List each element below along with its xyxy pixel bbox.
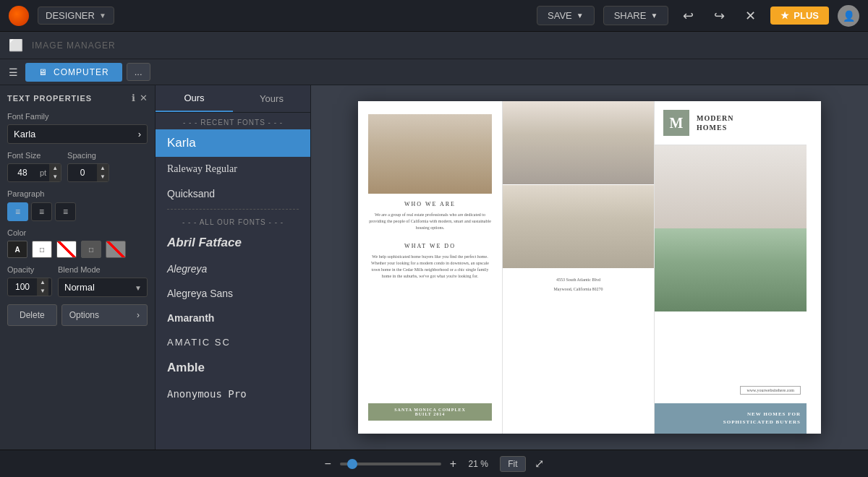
third-bar: ☰ 🖥 COMPUTER ... <box>0 59 868 85</box>
share-arrow-icon: ▼ <box>650 12 658 20</box>
size-spacing-row: Font Size pt ▲ ▼ Spacing ▲ ▼ <box>7 151 148 182</box>
options-button[interactable]: Options › <box>61 304 148 326</box>
designer-label: DESIGNER <box>46 10 95 21</box>
tab-ours[interactable]: Ours <box>156 85 233 112</box>
expand-button[interactable]: ⤢ <box>535 457 544 470</box>
fit-button[interactable]: Fit <box>500 456 525 472</box>
font-family-select[interactable]: Karla › <box>7 124 148 144</box>
canvas-area: WHO WE ARE We are a group of real estate… <box>311 85 868 450</box>
canvas-wrapper: WHO WE ARE We are a group of real estate… <box>358 101 821 434</box>
opacity-group: Opacity ▲ ▼ <box>7 265 52 297</box>
paragraph-label: Paragraph <box>7 189 148 198</box>
font-size-input-wrap: pt ▲ ▼ <box>7 163 61 182</box>
what-body-text: We help sophisticated home buyers like y… <box>368 254 492 280</box>
second-bar: ⬜ IMAGE MANAGER <box>0 32 868 59</box>
what-we-do-title: WHAT WE DO <box>368 243 492 249</box>
more-button[interactable]: ... <box>127 63 150 81</box>
options-arrow-icon: › <box>137 310 140 320</box>
font-item-raleway[interactable]: Raleway Regular <box>156 157 310 181</box>
image-icon: ⬜ <box>9 38 23 52</box>
font-item-anonymous-pro[interactable]: Anonymous Pro <box>156 382 310 406</box>
font-item-amatic[interactable]: Amatic SC <box>156 330 310 354</box>
computer-icon: 🖥 <box>38 67 48 77</box>
zoom-value-label: 21 % <box>465 459 491 469</box>
who-we-are-title: WHO WE ARE <box>368 201 492 207</box>
menu-icon-button[interactable]: ☰ <box>6 64 21 81</box>
kitchen-image <box>503 101 654 184</box>
font-list-panel: Ours Yours - - - RECENT FONTS - - - Karl… <box>156 85 311 450</box>
tab-yours[interactable]: Yours <box>233 85 310 112</box>
opacity-down[interactable]: ▼ <box>37 287 48 296</box>
living-room-image <box>368 114 492 194</box>
font-size-unit: pt <box>37 168 49 177</box>
app-logo <box>9 6 29 26</box>
font-item-quicksand[interactable]: Quicksand <box>156 181 310 206</box>
computer-tab[interactable]: 🖥 COMPUTER <box>25 63 122 82</box>
bottom-bar: − + 21 % Fit ⤢ <box>0 450 868 477</box>
zoom-in-button[interactable]: + <box>450 457 456 470</box>
blend-mode-group: Blend Mode Normal Multiply Screen Overla… <box>58 265 148 297</box>
divider <box>167 209 299 210</box>
dining-image <box>503 185 654 268</box>
spacing-group: Spacing ▲ ▼ <box>67 151 109 182</box>
font-item-amaranth[interactable]: Amaranth <box>156 306 310 330</box>
panel-title: TEXT PROPERTIES <box>7 94 92 103</box>
zoom-out-button[interactable]: − <box>324 457 331 470</box>
color-swatch-dark[interactable]: □ <box>81 241 101 258</box>
opacity-input[interactable] <box>8 279 37 295</box>
spacing-up[interactable]: ▲ <box>97 164 109 173</box>
website-label: www.yourwebsitehere.com <box>740 386 801 395</box>
panel-header-icons: ℹ ✕ <box>132 93 148 103</box>
font-item-karla[interactable]: Karla <box>156 129 310 157</box>
align-left-button[interactable]: ≡ <box>7 202 28 221</box>
green-banner-subtitle: BUILT 2014 <box>378 412 482 416</box>
spacing-input[interactable] <box>68 165 97 181</box>
undo-button[interactable]: ↩ <box>677 5 699 27</box>
font-tabs: Ours Yours <box>156 85 310 113</box>
align-right-button[interactable]: ≡ <box>55 202 76 221</box>
plus-button[interactable]: ★ PLUS <box>770 7 829 25</box>
panel-close-button[interactable]: ✕ <box>140 93 148 103</box>
spacing-down[interactable]: ▼ <box>97 173 109 181</box>
font-item-amble[interactable]: Amble <box>156 354 310 382</box>
font-size-input[interactable] <box>8 165 37 181</box>
font-item-alegreya-sans[interactable]: Alegreya Sans <box>156 281 310 306</box>
save-button[interactable]: SAVE ▼ <box>537 6 595 25</box>
redo-button[interactable]: ↪ <box>708 5 731 27</box>
address-line1: 4553 South Atlantic Blvd <box>509 277 648 283</box>
font-item-abril[interactable]: Abril Fatface <box>156 229 310 257</box>
recent-fonts-label: - - - RECENT FONTS - - - <box>156 113 310 129</box>
font-family-arrow-icon: › <box>138 129 141 139</box>
paragraph-row: Paragraph ≡ ≡ ≡ <box>7 189 148 221</box>
avatar[interactable]: 👤 <box>838 5 859 27</box>
opacity-stepper: ▲ ▼ <box>37 278 48 296</box>
zoom-slider[interactable] <box>340 463 441 465</box>
color-swatches: A □ □ <box>7 241 148 258</box>
blend-mode-select[interactable]: Normal Multiply Screen Overlay <box>58 278 148 297</box>
delete-button[interactable]: Delete <box>7 304 57 326</box>
font-size-down[interactable]: ▼ <box>49 173 61 181</box>
color-swatch-a[interactable]: A <box>7 241 27 258</box>
plus-icon: ★ <box>780 10 789 21</box>
brochure-canvas[interactable]: WHO WE ARE We are a group of real estate… <box>358 101 821 434</box>
color-swatch-slash2[interactable] <box>106 241 126 258</box>
blue-banner: NEW HOMES FORSOPHISTICATED BUYERS <box>655 403 807 434</box>
designer-button[interactable]: DESIGNER ▼ <box>38 7 114 25</box>
info-icon-button[interactable]: ℹ <box>132 93 135 103</box>
share-button[interactable]: SHARE ▼ <box>603 6 669 25</box>
exterior-image <box>655 228 807 311</box>
logo-letter: M <box>663 110 689 136</box>
opacity-up[interactable]: ▲ <box>37 278 48 287</box>
font-item-alegreya[interactable]: Alegreya <box>156 257 310 281</box>
align-center-button[interactable]: ≡ <box>31 202 52 221</box>
spacing-input-wrap: ▲ ▼ <box>67 163 109 182</box>
font-size-stepper: ▲ ▼ <box>49 164 61 181</box>
font-size-up[interactable]: ▲ <box>49 164 61 173</box>
spacing-stepper: ▲ ▼ <box>97 164 109 181</box>
font-size-label: Font Size <box>7 151 61 160</box>
close-button[interactable]: ✕ <box>739 5 762 27</box>
top-bar: DESIGNER ▼ SAVE ▼ SHARE ▼ ↩ ↪ ✕ ★ PLUS 👤 <box>0 0 868 32</box>
color-swatch-outline[interactable]: □ <box>32 241 52 258</box>
color-swatch-slash[interactable] <box>56 241 77 258</box>
font-family-row: Font Family Karla › <box>7 112 148 144</box>
